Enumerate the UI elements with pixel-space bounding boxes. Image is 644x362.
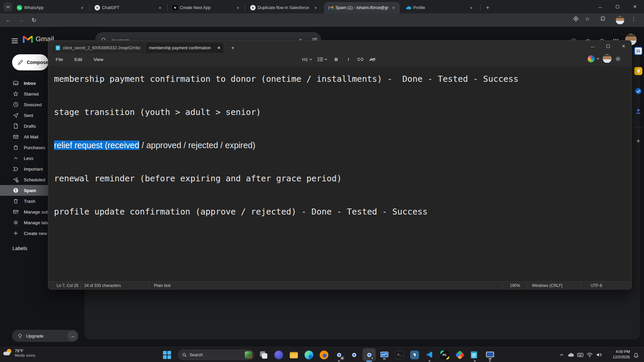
wifi-icon[interactable] (585, 350, 594, 360)
jetbrains-toolbox-button[interactable] (452, 347, 467, 362)
notepad-text-area[interactable]: membership payment confirmation to donor… (48, 66, 631, 281)
tab-close-icon[interactable] (157, 5, 163, 11)
notepad-close-button[interactable] (616, 41, 631, 52)
window-maximize-button[interactable] (609, 0, 626, 13)
link-icon (358, 58, 363, 61)
character-count: 24 of 333 characters (84, 283, 121, 288)
zoom-level[interactable]: 190% (510, 283, 520, 288)
notepad-tab-client-secret[interactable]: client_secret_2_60053885332-2reqe52rribc (52, 43, 145, 53)
firefox-button[interactable] (316, 347, 331, 362)
sidebar-item-label: Manage subs (24, 209, 51, 215)
chrome-active-button[interactable]: S (362, 347, 377, 362)
pycharm-button[interactable]: PC (437, 347, 452, 362)
gmail-side-panel: 31 (633, 47, 644, 248)
clock-icon (12, 101, 19, 108)
browser-tab-profile[interactable]: Profile (402, 2, 478, 13)
chrome-profile-button[interactable]: ● (331, 347, 346, 362)
calendar-icon[interactable]: 31 (634, 47, 642, 55)
notepad-tab-membership[interactable]: membership payment confirmation (146, 43, 223, 53)
upgrade-button[interactable]: Upgrade (12, 330, 78, 342)
sidebar-item-label: Trash (24, 199, 35, 204)
file-explorer-button[interactable] (286, 347, 301, 362)
heading-style-button[interactable]: H1 (301, 54, 314, 64)
tab-close-icon[interactable] (313, 5, 319, 11)
browser-profile-avatar[interactable] (616, 16, 624, 24)
postgresql-button[interactable] (407, 347, 422, 362)
tab-close-icon[interactable] (390, 5, 396, 11)
notepad-maximize-button[interactable] (600, 41, 616, 52)
cursor-position: Ln 7, Col 25 (57, 283, 78, 288)
contacts-icon[interactable] (634, 107, 642, 115)
main-menu-icon[interactable] (8, 34, 21, 48)
bold-button[interactable]: B (331, 54, 341, 64)
sidebar-item-label: Scheduled (24, 177, 45, 182)
windows-logo-icon (163, 351, 171, 359)
postgresql-icon (410, 351, 419, 359)
start-button[interactable] (160, 350, 174, 360)
menu-edit[interactable]: Edit (70, 55, 86, 64)
browser-menu-icon[interactable] (630, 15, 637, 22)
system-monitor-button[interactable] (377, 347, 392, 362)
italic-button[interactable]: I (343, 54, 353, 64)
tab-close-icon[interactable] (79, 5, 85, 11)
extension-action-icon[interactable] (572, 15, 580, 22)
task-view-button[interactable] (256, 347, 271, 362)
copilot-app-button[interactable] (271, 347, 286, 362)
chrome-button[interactable] (346, 347, 362, 362)
notepad-minimize-button[interactable] (585, 41, 600, 52)
monitor-app-button[interactable] (482, 347, 497, 362)
notepad-account-avatar[interactable] (603, 54, 611, 63)
back-button[interactable] (4, 16, 13, 24)
vscode-button[interactable] (422, 347, 437, 362)
important-flag-icon (12, 166, 19, 172)
taskbar-clock[interactable]: 4:00 PM 12/2/2025 (610, 349, 630, 360)
tab-separator (167, 4, 167, 11)
forward-button[interactable] (17, 16, 25, 24)
window-close-button[interactable] (627, 0, 643, 13)
cloud-icon[interactable] (566, 350, 576, 360)
taskbar-search[interactable]: Search (178, 350, 254, 360)
browser-tab-whatsapp[interactable]: WhatsApp (13, 2, 89, 13)
chevron-down-icon (6, 6, 10, 8)
browser-tab-gmail-spam[interactable]: Spam (1) - ishann.tforce@gmai (324, 2, 400, 13)
notepad-taskbar-button[interactable] (467, 347, 482, 362)
weather-widget[interactable]: 78°FMostly sunny (3, 349, 35, 357)
menu-view[interactable]: View (90, 55, 107, 64)
editor-line: relief request (received / approved / re… (54, 137, 631, 154)
volume-icon[interactable] (594, 350, 604, 360)
bookmark-star-icon[interactable] (584, 15, 591, 22)
list-style-button[interactable] (316, 54, 329, 64)
sidebar-item-label: Starred (24, 92, 39, 97)
tasks-icon[interactable] (634, 87, 642, 95)
tab-close-icon[interactable] (235, 5, 241, 11)
new-tab-button[interactable] (483, 3, 492, 12)
upgrade-label: Upgrade (26, 334, 44, 339)
jetbrains-toolbox-icon (455, 350, 464, 359)
get-addons-icon[interactable] (634, 137, 642, 145)
terminal-button[interactable]: >_ (392, 347, 407, 362)
hidden-icons-chevron[interactable] (557, 350, 566, 360)
insert-link-button[interactable] (355, 54, 365, 64)
browser-tab-chatgpt[interactable]: ChatGPT (91, 2, 166, 13)
menu-file[interactable]: File (52, 55, 67, 64)
clear-formatting-button[interactable]: Ab (367, 54, 377, 64)
extensions-puzzle-icon[interactable] (599, 15, 606, 22)
browser-tab-create-next-app[interactable]: N Create Next App (168, 2, 244, 13)
tab-search-button[interactable] (3, 2, 12, 11)
browser-tab-salesforce-chat[interactable]: Duplicate flow in Salesforce (246, 2, 322, 13)
send-icon (12, 112, 19, 119)
edge-icon (305, 351, 313, 359)
copilot-button[interactable] (588, 55, 599, 62)
window-minimize-button[interactable] (592, 0, 608, 13)
editor-line: membership payment confirmation to donor… (54, 71, 631, 87)
notepad-new-tab-button[interactable] (228, 44, 237, 52)
upgrade-arrow-icon[interactable] (67, 331, 77, 341)
edge-button[interactable] (301, 347, 316, 362)
touch-keyboard-icon[interactable] (576, 350, 585, 360)
keep-icon[interactable] (634, 67, 642, 75)
reload-button[interactable] (30, 16, 38, 24)
tab-close-icon[interactable] (468, 5, 474, 11)
notifications-bell-icon[interactable] (632, 351, 640, 359)
notepad-settings-button[interactable] (615, 56, 621, 62)
compose-button[interactable]: Compose (12, 54, 48, 70)
